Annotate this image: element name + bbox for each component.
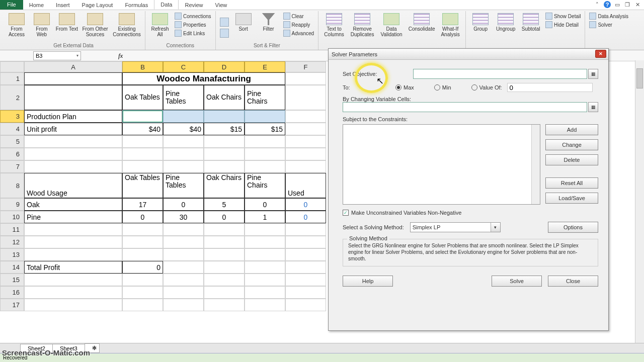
subtotal-button[interactable]: Subtotal bbox=[519, 12, 542, 48]
cell[interactable] bbox=[24, 85, 122, 110]
cell[interactable]: Pine Chairs bbox=[245, 85, 285, 110]
cell[interactable] bbox=[285, 110, 326, 123]
row-header[interactable]: 1 bbox=[0, 72, 24, 85]
cell[interactable]: 0 bbox=[122, 211, 163, 223]
row-header[interactable]: 6 bbox=[0, 148, 24, 160]
changing-cells-input[interactable] bbox=[343, 102, 587, 112]
cell[interactable]: 1 bbox=[245, 211, 285, 223]
tab-formulas[interactable]: Formulas bbox=[119, 1, 154, 10]
col-header-D[interactable]: D bbox=[204, 61, 245, 72]
from-web-button[interactable]: From Web bbox=[30, 12, 53, 43]
window-restore-icon[interactable]: ▭ bbox=[614, 1, 621, 8]
cell[interactable] bbox=[24, 72, 122, 85]
tab-data[interactable]: Data bbox=[154, 0, 179, 10]
row-header[interactable]: 17 bbox=[0, 299, 24, 311]
row-header[interactable]: 16 bbox=[0, 286, 24, 299]
show-detail-button[interactable]: Show Detail bbox=[544, 12, 582, 20]
close-button[interactable]: Close bbox=[548, 276, 598, 287]
fx-icon[interactable]: fx bbox=[118, 52, 123, 60]
refresh-all-button[interactable]: Refresh All bbox=[148, 12, 172, 43]
from-other-sources-button[interactable]: From Other Sources bbox=[80, 12, 110, 43]
sort-desc-button[interactable] bbox=[219, 28, 230, 38]
objective-input[interactable] bbox=[413, 69, 587, 79]
consolidate-button[interactable]: Consolidate bbox=[407, 12, 436, 48]
cell[interactable]: 0 bbox=[245, 198, 285, 211]
cell[interactable] bbox=[163, 110, 204, 123]
tab-insert[interactable]: Insert bbox=[50, 1, 76, 10]
cell[interactable]: Pine Tables bbox=[163, 173, 204, 198]
cell[interactable]: $40 bbox=[163, 123, 204, 135]
edit-links-button[interactable]: Edit Links bbox=[174, 29, 212, 37]
cell[interactable]: Oak Chairs bbox=[204, 85, 245, 110]
row-header[interactable]: 3 bbox=[0, 110, 24, 123]
row-header[interactable]: 12 bbox=[0, 236, 24, 248]
data-validation-button[interactable]: Data Validation bbox=[378, 12, 405, 48]
reapply-button[interactable]: Reapply bbox=[282, 21, 315, 29]
properties-button[interactable]: Properties bbox=[174, 21, 212, 29]
cell[interactable] bbox=[285, 85, 326, 110]
cell[interactable]: Production Plan bbox=[24, 110, 122, 123]
cell[interactable]: 0 bbox=[122, 261, 163, 274]
tab-file[interactable]: File bbox=[0, 0, 23, 10]
cell[interactable]: Oak Tables bbox=[122, 173, 163, 198]
cell[interactable] bbox=[204, 110, 245, 123]
window-maximize-icon[interactable]: ❐ bbox=[624, 1, 631, 8]
range-select-icon[interactable]: ▦ bbox=[588, 102, 598, 112]
cell[interactable]: 30 bbox=[163, 211, 204, 223]
tab-view[interactable]: View bbox=[209, 1, 233, 10]
cell[interactable]: Pine Tables bbox=[163, 85, 204, 110]
cell[interactable] bbox=[245, 110, 285, 123]
clear-button[interactable]: Clear bbox=[282, 12, 315, 20]
close-icon[interactable]: ✕ bbox=[595, 50, 606, 58]
row-header[interactable]: 11 bbox=[0, 223, 24, 236]
row-header[interactable]: 5 bbox=[0, 135, 24, 148]
tab-home[interactable]: Home bbox=[23, 1, 50, 10]
data-analysis-button[interactable]: Data Analysis bbox=[588, 12, 629, 20]
radio-min[interactable]: Min bbox=[434, 84, 451, 90]
ungroup-button[interactable]: Ungroup bbox=[494, 12, 517, 48]
change-button[interactable]: Change bbox=[545, 139, 598, 150]
help-button[interactable]: Help bbox=[343, 276, 393, 287]
cell[interactable] bbox=[285, 123, 326, 135]
cell[interactable]: 0 bbox=[163, 198, 204, 211]
cell-active[interactable] bbox=[122, 110, 163, 123]
help-icon[interactable]: ? bbox=[604, 1, 611, 8]
options-button[interactable]: Options bbox=[548, 222, 598, 233]
solve-button[interactable]: Solve bbox=[492, 276, 542, 287]
cell[interactable]: Used bbox=[285, 173, 326, 198]
radio-valueof[interactable]: Value Of: bbox=[471, 83, 593, 92]
load-save-button[interactable]: Load/Save bbox=[545, 193, 598, 204]
window-close-icon[interactable]: ✕ bbox=[634, 1, 641, 8]
hide-detail-button[interactable]: Hide Detail bbox=[544, 21, 582, 29]
cell[interactable]: 5 bbox=[204, 198, 245, 211]
col-header-A[interactable]: A bbox=[24, 61, 122, 72]
row-header[interactable]: 2 bbox=[0, 85, 24, 110]
cell[interactable]: $40 bbox=[122, 123, 163, 135]
group-button[interactable]: Group bbox=[469, 12, 492, 48]
cell[interactable]: $15 bbox=[245, 123, 285, 135]
what-if-button[interactable]: What-If Analysis bbox=[438, 12, 462, 48]
connections-button[interactable]: Connections bbox=[174, 12, 212, 20]
row-header[interactable]: 9 bbox=[0, 198, 24, 211]
cell-title[interactable]: Woodco Manafacturing bbox=[122, 72, 285, 85]
col-header-F[interactable]: F bbox=[285, 61, 326, 72]
col-header-C[interactable]: C bbox=[163, 61, 204, 72]
cell[interactable]: Oak Chairs bbox=[204, 173, 245, 198]
cell[interactable]: $15 bbox=[204, 123, 245, 135]
remove-duplicates-button[interactable]: Remove Duplicates bbox=[349, 12, 376, 48]
from-text-button[interactable]: From Text bbox=[55, 12, 78, 43]
valueof-input[interactable] bbox=[507, 83, 593, 92]
advanced-button[interactable]: Advanced bbox=[282, 29, 315, 37]
tab-page-layout[interactable]: Page Layout bbox=[76, 1, 119, 10]
sort-button[interactable]: Sort bbox=[232, 12, 255, 43]
cell[interactable]: Oak bbox=[24, 198, 122, 211]
row-header[interactable]: 8 bbox=[0, 173, 24, 198]
reset-all-button[interactable]: Reset All bbox=[545, 177, 598, 189]
cell[interactable] bbox=[285, 72, 326, 85]
text-to-columns-button[interactable]: Text to Columns bbox=[321, 12, 347, 48]
solver-button[interactable]: Solver bbox=[588, 21, 629, 29]
cell[interactable]: Total Profit bbox=[24, 261, 122, 274]
range-select-icon[interactable]: ▦ bbox=[588, 69, 598, 79]
cell[interactable]: Wood Usage bbox=[24, 173, 122, 198]
row-header[interactable]: 14 bbox=[0, 261, 24, 274]
